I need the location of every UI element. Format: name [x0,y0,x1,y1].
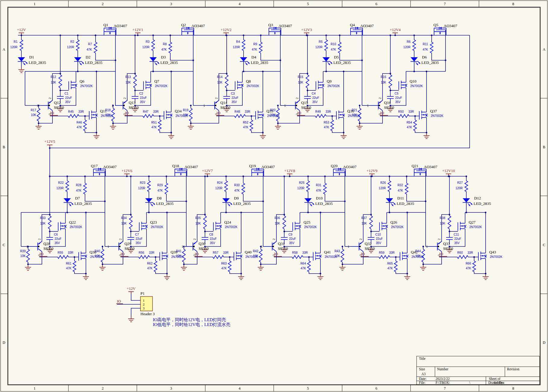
led-D1[interactable]: D1LED_2835 [18,55,46,65]
mosfet-Q26[interactable]: Q262N7002K [380,220,404,231]
resistor-R25[interactable]: R25120R [297,176,310,198]
mosfet-Q25[interactable]: Q252N7002K [293,220,317,231]
resistor-R65[interactable]: R6547K [387,257,407,274]
led-D5[interactable]: D5LED_2835 [323,55,351,65]
resistor-R58[interactable]: R5833R [274,251,313,259]
led-D9[interactable]: D9LED_2835 [222,196,251,206]
resistor-R24[interactable]: R24120R [215,176,228,198]
resistor-R55[interactable]: R5533R [39,251,79,259]
led-D4[interactable]: D4LED_2835 [240,55,268,65]
resistor-R61[interactable]: R6147K [66,257,86,274]
circuit-section-4[interactable]: +12V3R5120RD5LED_2835R1047KQ4AO3407R1513… [270,23,374,139]
resistor-R7[interactable]: R747K [87,35,115,60]
resistor-R59[interactable]: R5933R [361,251,400,259]
always-on-led-branch[interactable]: R1120RD1LED_2835 [10,35,46,73]
schematic-canvas[interactable]: 1122334455667788AABBCCDDTitleSizeA3Numbe… [0,0,548,392]
header-connector[interactable]: +12VIOP1123Header 3 [116,286,155,322]
cap-voltage: 35V [312,100,318,104]
circuit-section-7[interactable]: +12V6R23120RD8LED_2835R2947KQ18AO3407R34… [95,164,198,280]
resistor-ref: R48 [235,110,240,113]
mosfet-Q7[interactable]: Q72N7002K [143,79,168,90]
mosfet-Q23[interactable]: Q232N7002K [139,220,163,231]
mosfet-Q43[interactable]: Q432N7002K [478,250,502,261]
mosfet-Q17[interactable]: Q17AO3407 [91,164,117,176]
resistor-R44[interactable]: R4410K [415,246,425,264]
resistor-R20[interactable]: R2010K [270,105,279,123]
resistor-R66[interactable]: R6647K [466,257,486,274]
mosfet-Q9[interactable]: Q92N7002K [316,79,340,90]
resistor-R49[interactable]: R4933R [297,110,336,118]
led-D10[interactable]: D10LED_2835 [304,196,333,206]
resistor-R39[interactable]: R3910K [20,246,30,264]
circuit-section-11[interactable]: +12V10R27120RD12LED_2835R3813KQ272N7002K… [415,168,502,280]
mosfet-Q27[interactable]: Q272N7002K [458,220,482,231]
mosfet-Q41[interactable]: Q412N7002K [313,250,337,261]
circuit-section-9[interactable]: +12V8R25120RD10LED_2835R3147KQ20AO3407R3… [253,164,357,280]
led-D7[interactable]: D7LED_2835 [64,196,92,206]
resistor-R17[interactable]: R1710K [31,105,40,123]
led-D2[interactable]: D2LED_2835 [74,55,102,65]
resistor-R56[interactable]: R5633R [121,251,160,259]
led-D11[interactable]: D11LED_2835 [386,196,414,206]
resistor-R5[interactable]: R5120R [315,35,328,57]
resistor-R43[interactable]: R4310K [335,246,344,264]
connector-body[interactable] [140,296,153,311]
mosfet-Q19[interactable]: Q19AO3407 [249,164,275,176]
resistor-R63[interactable]: R6347K [221,257,241,274]
resistor-R26[interactable]: R26120R [379,176,391,198]
nmos-value: 2N7002K [304,225,317,229]
led-D6[interactable]: D6LED_2835 [411,55,439,65]
resistor-R52[interactable]: R5247K [243,116,263,133]
led-D12[interactable]: D12LED_2835 [463,196,491,206]
circuit-section-8[interactable]: +12V7R24120RD9LED_2835R3047KQ19AO3407R35… [176,164,275,280]
led-D3[interactable]: D3LED_2835 [150,55,178,65]
circuit-section-10[interactable]: +12V9R26120RD11LED_2835R3247KQ21AO3407R3… [335,164,438,280]
resistor-R53[interactable]: R5347K [324,116,344,133]
mosfet-Q10[interactable]: Q102N7002K [399,79,423,90]
mosfet-Q24[interactable]: Q242N7002K [213,220,238,231]
resistor-R6[interactable]: R6120R [403,35,416,57]
resistor-R42[interactable]: R4210K [253,246,262,264]
resistor-R47[interactable]: R4733R [125,110,164,118]
resistor-R54[interactable]: R5447K [407,116,427,133]
mosfet-Q20[interactable]: Q20AO3407 [331,164,357,176]
resistor-R3[interactable]: R3120R [142,35,155,57]
resistor-R62[interactable]: R6247K [147,257,167,274]
resistor-R27[interactable]: R27120R [455,176,468,198]
resistor-R28[interactable]: R2847K [76,176,105,201]
mosfet-Q37[interactable]: Q372N7002K [419,109,443,120]
resistor-R19[interactable]: R1910K [183,105,192,123]
resistor-R57[interactable]: R5733R [195,251,234,259]
resistor-R45[interactable]: R4533R [50,110,89,118]
resistor-R22[interactable]: R22120R [56,176,69,198]
resistor-R51[interactable]: R5147K [151,116,171,133]
resistor-value: 120R [315,45,323,49]
circuit-section-1[interactable]: +12VR2120RD2LED_2835R747KQ1AO3407R1213KQ… [10,23,127,139]
resistor-R8[interactable]: R847K [161,35,193,60]
led-D8[interactable]: D8LED_2835 [145,196,174,206]
circuit-section-3[interactable]: +12V2R4120RD4LED_2835R947KQ3AO3407R1413K… [183,23,292,139]
resistor-R18[interactable]: R1810K [105,105,115,123]
mosfet-Q35[interactable]: Q352N7002K [256,109,280,120]
resistor-R2[interactable]: R2120R [67,35,79,57]
resistor-R48[interactable]: R4833R [216,110,256,118]
resistor-R46[interactable]: R4647K [77,116,96,133]
mosfet-Q18[interactable]: Q18AO3407 [172,164,198,176]
mosfet-Q22[interactable]: Q222N7002K [58,220,82,231]
mosfet-Q6[interactable]: Q62N7002K [69,79,93,90]
resistor-R64[interactable]: R6447K [301,257,320,274]
file-value-2: \ [469,381,471,384]
resistor-R4[interactable]: R4120R [233,35,245,57]
circuit-section-5[interactable]: +12V4R6120RD6LED_2835R1147KQ5AO3407R1613… [352,23,458,139]
resistor-R40[interactable]: R4010K [95,246,104,264]
resistor-R21[interactable]: R2110K [352,105,361,123]
mosfet-Q21[interactable]: Q21AO3407 [412,164,438,176]
mosfet-Q8[interactable]: Q82N7002K [235,79,259,90]
resistor-R41[interactable]: R4110K [176,246,185,264]
column-label: 3 [170,386,172,390]
resistor-R50[interactable]: R5033R [380,110,419,118]
resistor-R29[interactable]: R2947K [157,176,186,201]
circuit-section-2[interactable]: +12V1R3120RD3LED_2835R847KQ2AO3407R1313K… [105,23,205,139]
resistor-R23[interactable]: R23120R [138,176,150,198]
resistor-R60[interactable]: R6033R [439,251,478,259]
